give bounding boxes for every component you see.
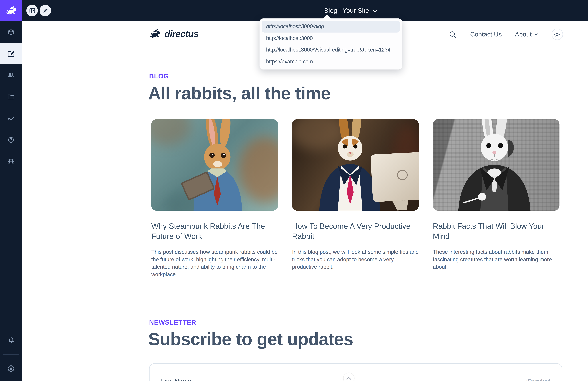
nav-contact-label: Contact Us	[470, 31, 502, 38]
notifications-button[interactable]	[0, 331, 22, 349]
search-icon[interactable]	[449, 30, 457, 39]
insights-icon	[6, 113, 16, 123]
sidebar-item-visual-editor[interactable]	[0, 43, 22, 64]
chevron-down-icon	[534, 32, 538, 37]
sidebar-item-insights[interactable]	[0, 107, 22, 129]
required-note: *Required	[526, 378, 550, 381]
nav-link-contact[interactable]: Contact Us	[470, 31, 502, 38]
site-preview-frame: directus Contact Us About	[22, 21, 588, 381]
site-logo-wordmark: directus	[165, 28, 198, 39]
sun-icon	[554, 31, 561, 38]
post-image-victorian-rabbit	[433, 119, 559, 211]
newsletter-form-card: First Name *Required	[149, 363, 562, 381]
page-selector-label: Blog | Your Site	[324, 7, 369, 14]
gear-icon	[6, 156, 16, 166]
help-icon	[6, 135, 16, 144]
sidebar-bottom-group	[0, 331, 22, 378]
post-image-productive-rabbit	[292, 119, 419, 211]
post-card[interactable]: Rabbit Facts That Will Blow Your Mind Th…	[433, 119, 559, 271]
url-dropdown-menu: http://localhost:3000/blog http://localh…	[260, 19, 402, 69]
sidebar-item-files[interactable]	[0, 86, 22, 107]
sidebar-divider	[3, 354, 19, 355]
nuxt-mountains-icon	[345, 375, 352, 381]
post-excerpt: This post discusses how steampunk rabbit…	[151, 249, 278, 278]
box-icon	[6, 27, 16, 37]
directus-rabbit-icon	[148, 28, 162, 39]
post-card[interactable]: How To Become A Very Productive Rabbit I…	[292, 119, 419, 271]
first-name-label: First Name	[161, 377, 191, 381]
account-circle-icon	[6, 363, 16, 374]
newsletter-eyebrow: NEWSLETTER	[149, 318, 196, 326]
blog-title: All rabbits, all the time	[148, 84, 330, 103]
directus-visual-editor-window: Blog | Your Site 1860 × 1020 100%	[0, 0, 588, 381]
url-option[interactable]: https://example.com	[262, 56, 400, 67]
module-bar	[0, 0, 22, 381]
top-bar: Blog | Your Site 1860 × 1020 100%	[22, 0, 588, 21]
post-title[interactable]: Rabbit Facts That Will Blow Your Mind	[433, 221, 559, 241]
sidebar-item-settings[interactable]	[0, 150, 22, 172]
post-excerpt: In this blog post, we will look at some …	[292, 249, 419, 271]
dropdown-caret	[323, 15, 331, 19]
chevron-down-icon	[372, 8, 378, 13]
post-title[interactable]: How To Become A Very Productive Rabbit	[292, 221, 419, 241]
post-excerpt: These interesting facts about rabbits ma…	[433, 249, 559, 271]
newsletter-title: Subscribe to get updates	[148, 329, 353, 349]
sidebar-item-content[interactable]	[0, 21, 22, 43]
bell-icon	[6, 336, 16, 345]
folder-icon	[6, 92, 16, 101]
post-image-steampunk-rabbit	[151, 119, 278, 211]
post-card[interactable]: Why Steampunk Rabbits Are The Future of …	[151, 119, 278, 278]
nav-link-about[interactable]: About	[515, 31, 538, 38]
post-title[interactable]: Why Steampunk Rabbits Are The Future of …	[151, 221, 278, 241]
directus-logo-button[interactable]	[0, 0, 22, 21]
theme-toggle-button[interactable]	[551, 29, 563, 40]
users-icon	[6, 70, 16, 80]
url-option[interactable]: http://localhost:3000/?visual-editing=tr…	[262, 44, 400, 56]
url-option[interactable]: http://localhost:3000/blog	[262, 21, 400, 32]
directus-rabbit-icon	[4, 5, 18, 16]
nav-about-label: About	[515, 31, 532, 38]
account-button[interactable]	[0, 359, 22, 378]
edit-square-icon	[6, 49, 16, 58]
sidebar-item-help[interactable]	[0, 129, 22, 150]
site-nav: Contact Us About	[449, 28, 563, 41]
url-option[interactable]: http://localhost:3000	[262, 32, 400, 44]
site-logo[interactable]: directus	[148, 28, 198, 39]
sidebar-item-users[interactable]	[0, 64, 22, 86]
blog-eyebrow: BLOG	[149, 72, 169, 80]
page-selector[interactable]: Blog | Your Site	[22, 0, 588, 21]
